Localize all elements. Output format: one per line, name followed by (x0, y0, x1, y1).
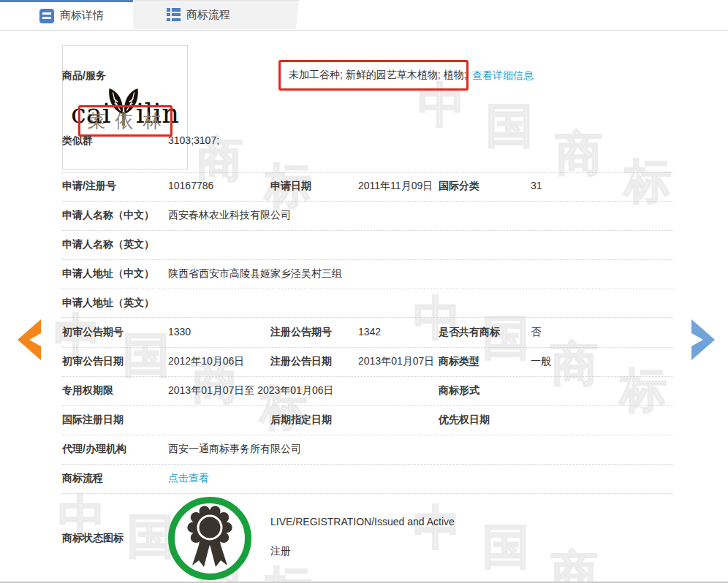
dotted-divider (62, 317, 673, 318)
dotted-divider (62, 201, 673, 202)
field-label: 商标流程 (62, 472, 103, 485)
status-text-row: LIVE/REGISTRATION/Issued and Active (0, 516, 728, 530)
previous-arrow-button[interactable] (15, 319, 42, 361)
dotted-divider (62, 230, 673, 231)
dotted-divider (62, 347, 673, 348)
logo-chinese-name: 菜 依 林 (88, 112, 164, 130)
field-value: 1342 (358, 326, 381, 338)
field-value: 否 (531, 326, 541, 339)
field-label: 后期指定日期 (270, 414, 332, 427)
registered-badge-icon (166, 495, 254, 582)
field-label: 初审公告期号 (62, 326, 124, 339)
tab-trademark-detail[interactable]: 商标详情 (0, 0, 133, 29)
field-value: 3103;3107; (168, 134, 219, 146)
field-row-address-cn: 申请人地址（中文） 陕西省西安市高陵县姬家乡泾吴村三组 (0, 267, 728, 282)
trademark-detail-page: { "tabs": { "detail": {"label": "商标详情"},… (0, 0, 728, 583)
next-arrow-button[interactable] (690, 319, 718, 361)
field-label: 注册公告日期 (270, 355, 332, 368)
dotted-divider (62, 405, 673, 406)
list-bullets-icon (167, 8, 181, 21)
field-row-pub-numbers: 初审公告期号 1330 注册公告期号 1342 是否共有商标 否 (0, 326, 728, 340)
status-text-row: 注册 (0, 545, 728, 560)
field-label: 申请日期 (270, 180, 311, 193)
field-label: 优先权日期 (439, 414, 490, 427)
field-label: 是否共有商标 (439, 326, 500, 339)
watermark-char: 标 (265, 565, 311, 582)
field-label: 申请人名称（中文） (62, 209, 154, 222)
field-row-applicant-cn: 申请人名称（中文） 西安春林农业科技有限公司 (0, 209, 728, 224)
field-label: 申请人地址（中文） (62, 267, 154, 281)
status-registered-text: 注册 (270, 545, 291, 558)
field-value: 2011年11月09日 (358, 180, 433, 193)
dotted-divider (62, 376, 673, 377)
field-label: 申请人名称（英文） (62, 238, 154, 251)
field-row-pub-dates: 初审公告日期 2012年10月06日 注册公告日期 2013年01月07日 商标… (0, 355, 728, 370)
field-label: 类似群 (62, 134, 93, 148)
dotted-divider (62, 464, 673, 465)
field-row-applicant-en: 申请人名称（英文） (0, 238, 728, 253)
field-label: 商标状态图标 (62, 532, 124, 545)
field-label: 申请人地址（英文） (62, 297, 154, 310)
dotted-divider (62, 172, 673, 173)
field-value: 2013年01月07日 (358, 355, 434, 368)
status-live-text: LIVE/REGISTRATION/Issued and Active (270, 516, 455, 527)
field-value: 西安一通商标事务所有限公司 (168, 443, 301, 456)
dotted-divider (62, 289, 673, 289)
red-annotation-box-goods: 未加工谷种; 新鲜的园艺草木植物; 植物; (278, 60, 469, 91)
field-label: 代理/办理机构 (62, 443, 126, 456)
field-row-similar-group: 类似群 3103;3107; (0, 134, 728, 149)
tab-label: 商标流程 (186, 8, 230, 22)
field-label: 专用权期限 (62, 384, 113, 397)
field-label: 申请/注册号 (62, 180, 116, 193)
dotted-divider (62, 435, 673, 435)
field-value: 陕西省西安市高陵县姬家乡泾吴村三组 (168, 267, 342, 281)
tab-label: 商标详情 (60, 9, 104, 23)
document-lines-icon (39, 9, 54, 23)
field-value: 2013年01月07日至 2023年01月06日 (168, 384, 333, 397)
field-value: 31 (531, 180, 542, 191)
field-row-tm-process: 商标流程 点击查看 (0, 472, 728, 487)
red-annotation-box-logo: 菜 依 林 (78, 105, 172, 137)
field-row-address-en: 申请人地址（英文） (0, 297, 728, 311)
tab-trademark-process[interactable]: 商标流程 (134, 0, 299, 29)
field-value: 1330 (168, 326, 191, 338)
dotted-divider (62, 493, 673, 494)
field-value: 西安春林农业科技有限公司 (168, 209, 291, 222)
field-row-reg-no: 申请/注册号 10167786 申请日期 2011年11月09日 国际分类 31 (0, 180, 728, 194)
field-label: 国际分类 (439, 180, 479, 193)
field-label: 商品/服务 (62, 69, 106, 83)
field-value: 一般 (531, 355, 551, 368)
field-label: 商标类型 (439, 355, 479, 368)
field-row-intl-dates: 国际注册日期 后期指定日期 优先权日期 (0, 414, 728, 428)
click-to-view-link[interactable]: 点击查看 (168, 472, 209, 485)
tab-bar: 商标详情 商标流程 (0, 0, 728, 31)
field-value: 10167786 (168, 180, 213, 191)
field-row-exclusive-period: 专用权期限 2013年01月07日至 2023年01月06日 商标形式 (0, 384, 728, 399)
field-label: 注册公告期号 (270, 326, 332, 339)
dotted-divider (62, 259, 673, 260)
field-label: 国际注册日期 (62, 414, 124, 427)
field-label: 初审公告日期 (62, 355, 124, 368)
view-details-link[interactable]: 查看详细信息 (472, 69, 534, 83)
trademark-logo-image: cai ilin 菜 依 林 (62, 45, 188, 169)
field-value: 2012年10月06日 (168, 355, 244, 368)
field-row-status: 商标状态图标 (0, 532, 728, 546)
field-label: 商标形式 (439, 384, 479, 397)
field-row-agency: 代理/办理机构 西安一通商标事务所有限公司 (0, 443, 728, 457)
goods-value: 未加工谷种; 新鲜的园艺草木植物; 植物; (281, 69, 466, 82)
